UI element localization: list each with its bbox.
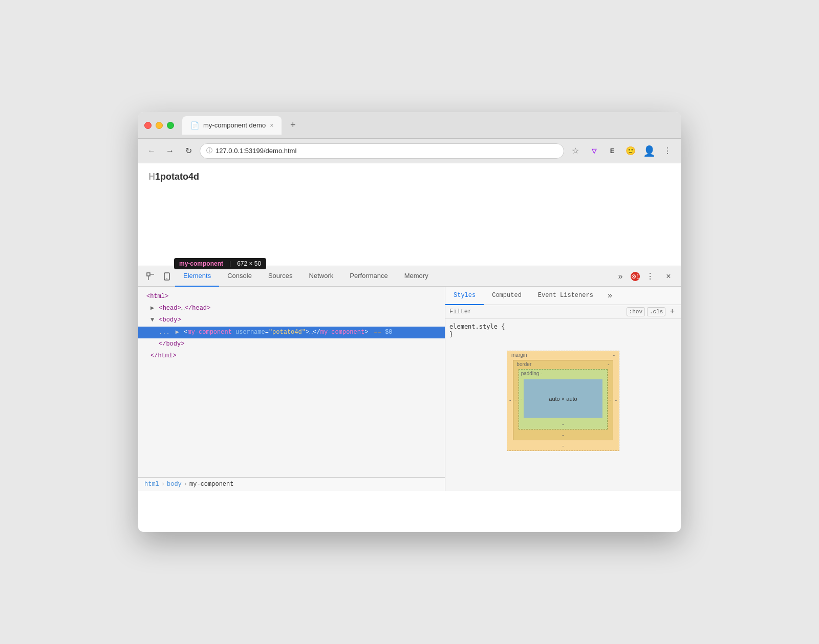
title-bar: 📄 my-component demo × + bbox=[138, 112, 681, 139]
mycomponent-close-tag: </ bbox=[313, 329, 320, 336]
border-bottom-val: - bbox=[562, 432, 564, 438]
devtools-tab-memory[interactable]: Memory bbox=[396, 266, 437, 287]
html-tag: <html> bbox=[146, 293, 168, 300]
new-tab-button[interactable]: + bbox=[286, 118, 300, 133]
bookmark-icon[interactable]: ☆ bbox=[568, 144, 583, 158]
error-icon: ⊗ bbox=[631, 273, 636, 280]
devtools-tab-performance[interactable]: Performance bbox=[341, 266, 396, 287]
browser-window: 📄 my-component demo × + ← → ↻ ⓘ 127.0.0.… bbox=[138, 112, 681, 532]
attr-username: username bbox=[235, 329, 265, 336]
styles-more-tabs-button[interactable]: » bbox=[604, 291, 617, 300]
dom-line-mycomponent[interactable]: ... ▶ <my-component username="potato4d">… bbox=[138, 327, 445, 338]
styles-content: element.style { } bbox=[445, 319, 681, 491]
margin-label: margin bbox=[511, 352, 527, 358]
more-options-icon[interactable]: ⋮ bbox=[660, 144, 675, 158]
extension-e-icon[interactable]: E bbox=[605, 144, 619, 158]
styles-filter-input[interactable] bbox=[449, 308, 624, 315]
device-toggle-button[interactable] bbox=[159, 268, 175, 285]
devtools-tab-network[interactable]: Network bbox=[301, 266, 342, 287]
url-bar[interactable]: ⓘ 127.0.0.1:53199/demo.html bbox=[200, 143, 564, 159]
back-button[interactable]: ← bbox=[144, 144, 159, 158]
breadcrumb-html[interactable]: html bbox=[144, 481, 159, 488]
border-label: border bbox=[516, 361, 531, 367]
mycomponent-close-bracket: > bbox=[364, 329, 368, 336]
margin-middle: - border - - bbox=[507, 359, 619, 441]
head-close-tag: </head> bbox=[185, 305, 210, 312]
devtools-more-tabs-button[interactable]: » bbox=[612, 268, 629, 285]
head-triangle[interactable]: ▶ bbox=[150, 305, 154, 312]
toolbar-icons: ☆ ▽ E 🙂 👤 ⋮ bbox=[568, 144, 675, 158]
browser-tab[interactable]: 📄 my-component demo × bbox=[182, 116, 282, 135]
traffic-lights bbox=[144, 122, 174, 129]
hov-filter-button[interactable]: :hov bbox=[627, 307, 645, 316]
padding-label: padding - bbox=[521, 371, 543, 376]
body-tag: <body> bbox=[159, 316, 181, 324]
margin-top-row: margin - bbox=[507, 351, 619, 359]
styles-tab-event-listeners[interactable]: Event Listeners bbox=[530, 287, 601, 305]
account-icon[interactable]: 👤 bbox=[642, 144, 656, 158]
maximize-traffic-light[interactable] bbox=[167, 122, 174, 129]
border-top-val: - bbox=[608, 361, 609, 367]
mycomponent-triangle[interactable]: ▶ bbox=[176, 329, 179, 336]
element-style-selector: element.style { bbox=[449, 323, 677, 331]
margin-bottom-val: - bbox=[562, 443, 564, 448]
svg-point-2 bbox=[166, 278, 167, 279]
content-size: auto × auto bbox=[549, 396, 577, 402]
padding-top-row: padding - bbox=[519, 370, 608, 377]
border-top-row: border - bbox=[513, 360, 612, 368]
styles-panel: Styles Computed Event Listeners » :hov .… bbox=[445, 287, 681, 491]
box-model: margin - - border bbox=[507, 351, 619, 453]
refresh-button[interactable]: ↻ bbox=[181, 144, 196, 158]
head-ellipsis: … bbox=[181, 305, 185, 312]
styles-tab-computed[interactable]: Computed bbox=[484, 287, 530, 305]
breadcrumb-mycomponent[interactable]: my-component bbox=[189, 481, 233, 488]
grammarly-icon[interactable]: ▽ bbox=[587, 144, 601, 158]
body-triangle[interactable]: ▼ bbox=[150, 316, 154, 324]
devtools-tab-sources[interactable]: Sources bbox=[260, 266, 301, 287]
dom-line-body-close: </body> bbox=[138, 338, 445, 350]
tab-close-button[interactable]: × bbox=[270, 122, 273, 129]
cls-filter-button[interactable]: .cls bbox=[647, 307, 665, 316]
devtools-panel: Elements Console Sources Network Perform… bbox=[138, 266, 681, 491]
dom-panel: <html> ▶ <head>…</head> ▼ <body> ... ▶ bbox=[138, 287, 445, 491]
address-bar: ← → ↻ ⓘ 127.0.0.1:53199/demo.html ☆ ▽ E … bbox=[138, 139, 681, 163]
heading-text: 1potato4d bbox=[155, 171, 199, 182]
content-box: auto × auto bbox=[524, 379, 602, 418]
padding-box: padding - - auto × auto bbox=[519, 369, 608, 430]
dom-line-body: ▼ <body> bbox=[138, 314, 445, 326]
devtools-close-button[interactable]: × bbox=[660, 268, 677, 285]
html-close-tag: </html> bbox=[150, 352, 176, 359]
dom-breadcrumb: html › body › my-component bbox=[138, 477, 445, 491]
border-middle: - padding - - bbox=[513, 368, 612, 431]
emoji-icon[interactable]: 🙂 bbox=[623, 144, 638, 158]
breadcrumb-sep1: › bbox=[161, 481, 165, 488]
tab-label: my-component demo bbox=[203, 121, 266, 129]
inspect-element-button[interactable] bbox=[142, 268, 159, 285]
element-style-close-text: } bbox=[449, 331, 453, 338]
page-content: H1potato4d my-component | 672 × 50 bbox=[138, 163, 681, 266]
devtools-more: » ⊗ 1 ⋮ × bbox=[612, 268, 677, 285]
dom-equals: == bbox=[374, 329, 381, 336]
styles-tabs-bar: Styles Computed Event Listeners » bbox=[445, 287, 681, 305]
heading-text-partial: H bbox=[148, 171, 155, 182]
browser-viewport: H1potato4d my-component | 672 × 50 bbox=[138, 163, 681, 532]
border-right-val: - bbox=[608, 397, 612, 402]
devtools-kebab-button[interactable]: ⋮ bbox=[642, 268, 658, 285]
close-traffic-light[interactable] bbox=[144, 122, 152, 129]
breadcrumb-sep2: › bbox=[184, 481, 187, 488]
devtools-content: <html> ▶ <head>…</head> ▼ <body> ... ▶ bbox=[138, 287, 681, 491]
tooltip-component-name: my-component bbox=[179, 260, 223, 267]
dom-line-html-close: </html> bbox=[138, 350, 445, 362]
add-style-rule-button[interactable]: + bbox=[667, 307, 677, 316]
dom-dollar: $0 bbox=[385, 329, 392, 336]
padding-middle: - auto × auto - bbox=[519, 377, 608, 420]
minimize-traffic-light[interactable] bbox=[156, 122, 163, 129]
border-left-val: - bbox=[513, 397, 518, 402]
border-box: border - - bbox=[513, 360, 613, 440]
element-tooltip: my-component | 672 × 50 bbox=[174, 258, 266, 269]
styles-tab-styles[interactable]: Styles bbox=[445, 287, 484, 305]
breadcrumb-body[interactable]: body bbox=[167, 481, 182, 488]
margin-bottom-row: - bbox=[558, 441, 568, 450]
margin-top-val: - bbox=[613, 352, 615, 358]
forward-button[interactable]: → bbox=[163, 144, 177, 158]
